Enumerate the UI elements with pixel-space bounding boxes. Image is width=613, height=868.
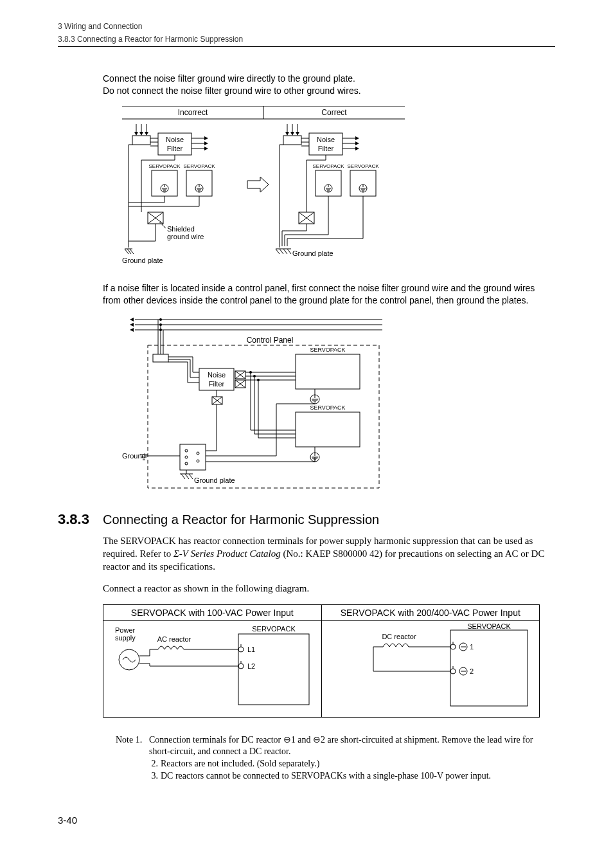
header-section: 3.8.3 Connecting a Reactor for Harmonic … bbox=[58, 35, 555, 44]
svg-marker-60 bbox=[285, 132, 289, 136]
svg-rect-228 bbox=[450, 630, 528, 706]
svg-marker-64 bbox=[296, 132, 299, 136]
svg-text:Control Panel: Control Panel bbox=[247, 336, 294, 345]
svg-point-214 bbox=[238, 647, 244, 652]
svg-point-184 bbox=[197, 460, 199, 462]
svg-line-111 bbox=[280, 249, 283, 254]
text-line: Do not connect the noise filter ground w… bbox=[103, 86, 361, 96]
svg-line-112 bbox=[283, 249, 287, 254]
text-line: Connect the noise filter ground wire dir… bbox=[103, 73, 355, 84]
diagram-incorrect-correct: Incorrect Correct Noise Filter bbox=[122, 106, 555, 267]
header-chapter: 3 Wiring and Connection bbox=[58, 22, 555, 31]
svg-text:Ground plate: Ground plate bbox=[194, 476, 235, 484]
svg-text:SERVOPACK: SERVOPACK bbox=[252, 625, 296, 633]
page-number: 3-40 bbox=[58, 815, 555, 826]
paragraph-control-panel: If a noise filter is located inside a co… bbox=[103, 282, 555, 307]
svg-text:1: 1 bbox=[470, 643, 474, 651]
svg-marker-19 bbox=[204, 141, 208, 145]
svg-marker-73 bbox=[355, 136, 359, 140]
svg-text:SERVOPACK: SERVOPACK bbox=[310, 404, 345, 411]
svg-point-235 bbox=[450, 669, 456, 674]
svg-rect-129 bbox=[153, 354, 168, 362]
svg-marker-8 bbox=[145, 132, 148, 136]
svg-marker-77 bbox=[355, 147, 359, 150]
svg-text:Ground: Ground bbox=[122, 452, 146, 460]
incorrect-group: Noise Filter SERVOPACK SERVOPACK bbox=[122, 124, 215, 264]
svg-text:L2: L2 bbox=[247, 662, 255, 670]
svg-marker-62 bbox=[290, 132, 294, 136]
svg-text:Shielded: Shielded bbox=[167, 225, 195, 233]
svg-marker-118 bbox=[130, 323, 134, 327]
table-header: SERVOPACK with 100-VAC Power Input bbox=[103, 604, 322, 620]
svg-text:Filter: Filter bbox=[318, 145, 334, 152]
svg-text:SERVOPACK: SERVOPACK bbox=[183, 163, 215, 169]
svg-point-180 bbox=[185, 449, 188, 452]
section-title: Connecting a Reactor for Harmonic Suppre… bbox=[103, 512, 379, 527]
svg-marker-4 bbox=[134, 132, 138, 136]
header-rule bbox=[58, 46, 555, 47]
svg-text:L1: L1 bbox=[247, 646, 255, 653]
svg-rect-159 bbox=[296, 412, 360, 447]
svg-point-230 bbox=[450, 644, 456, 649]
svg-text:ground wire: ground wire bbox=[167, 233, 204, 240]
svg-text:Noise: Noise bbox=[166, 136, 184, 143]
text-italic: Σ-V Series Product Catalog bbox=[173, 548, 281, 559]
reactor-table: SERVOPACK with 100-VAC Power Input SERVO… bbox=[103, 604, 540, 718]
svg-point-181 bbox=[185, 456, 188, 458]
svg-point-121 bbox=[159, 318, 162, 321]
note-text: Reactors are not included. (Sold separat… bbox=[161, 758, 555, 770]
table-cell-100vac: Power supply AC reactor SERVOPACK L1 L2 bbox=[103, 620, 322, 717]
svg-text:Ground plate: Ground plate bbox=[292, 249, 333, 257]
svg-text:Power: Power bbox=[115, 626, 136, 634]
svg-text:Filter: Filter bbox=[209, 380, 225, 388]
svg-line-110 bbox=[276, 249, 280, 254]
svg-text:SERVOPACK: SERVOPACK bbox=[148, 163, 181, 169]
label-incorrect: Incorrect bbox=[178, 108, 208, 117]
section-heading: 3.8.3 Connecting a Reactor for Harmonic … bbox=[58, 511, 555, 528]
svg-rect-127 bbox=[148, 345, 379, 488]
svg-text:Ground plate: Ground plate bbox=[122, 257, 163, 264]
section-number: 3.8.3 bbox=[58, 511, 103, 528]
svg-rect-65 bbox=[283, 136, 301, 145]
label-correct: Correct bbox=[321, 108, 347, 117]
note-number: 3. bbox=[149, 770, 161, 782]
note-label: Note 1. bbox=[116, 734, 149, 759]
svg-text:SERVOPACK: SERVOPACK bbox=[467, 622, 511, 630]
svg-text:Noise: Noise bbox=[208, 371, 226, 379]
diagram-control-panel: Control Panel Noise Filter SERVOPACK bbox=[122, 316, 555, 496]
svg-marker-120 bbox=[130, 328, 134, 332]
correct-group: Noise Filter SERVOPACK SERVOPACK bbox=[276, 124, 379, 257]
notes-block: Note 1. Connection terminals for DC reac… bbox=[116, 734, 555, 783]
note-text: Connection terminals for DC reactor ⊖1 a… bbox=[149, 734, 555, 759]
svg-marker-58 bbox=[247, 177, 269, 192]
svg-text:SERVOPACK: SERVOPACK bbox=[310, 347, 345, 353]
paragraph-connect-ground: Connect the noise filter ground wire dir… bbox=[103, 73, 555, 97]
paragraph-connect-reactor: Connect a reactor as shown in the follow… bbox=[103, 582, 555, 595]
svg-rect-9 bbox=[132, 136, 150, 145]
svg-marker-17 bbox=[204, 136, 208, 140]
svg-line-199 bbox=[185, 474, 189, 479]
note-text: DC reactors cannot be connected to SERVO… bbox=[161, 770, 555, 782]
svg-line-198 bbox=[181, 474, 185, 479]
svg-text:SERVOPACK: SERVOPACK bbox=[312, 163, 344, 169]
svg-text:DC reactor: DC reactor bbox=[382, 633, 416, 640]
svg-rect-179 bbox=[180, 444, 206, 470]
svg-text:supply: supply bbox=[115, 634, 136, 642]
svg-point-217 bbox=[238, 664, 244, 669]
svg-line-113 bbox=[287, 249, 291, 254]
svg-text:2: 2 bbox=[470, 667, 474, 675]
table-cell-200400vac: DC reactor SERVOPACK 1 2 bbox=[321, 620, 540, 717]
svg-point-183 bbox=[197, 452, 199, 455]
svg-text:Filter: Filter bbox=[167, 145, 183, 152]
svg-marker-6 bbox=[139, 132, 143, 136]
svg-text:AC reactor: AC reactor bbox=[157, 635, 191, 643]
svg-line-41 bbox=[159, 222, 166, 228]
svg-marker-21 bbox=[204, 147, 208, 150]
svg-point-182 bbox=[185, 462, 188, 465]
svg-marker-75 bbox=[355, 141, 359, 145]
table-header: SERVOPACK with 200/400-VAC Power Input bbox=[321, 604, 540, 620]
paragraph-servopack-reactor: The SERVOPACK has reactor connection ter… bbox=[103, 534, 555, 574]
note-number: 2. bbox=[149, 758, 161, 770]
svg-rect-148 bbox=[296, 354, 360, 389]
svg-text:SERVOPACK: SERVOPACK bbox=[347, 163, 379, 169]
